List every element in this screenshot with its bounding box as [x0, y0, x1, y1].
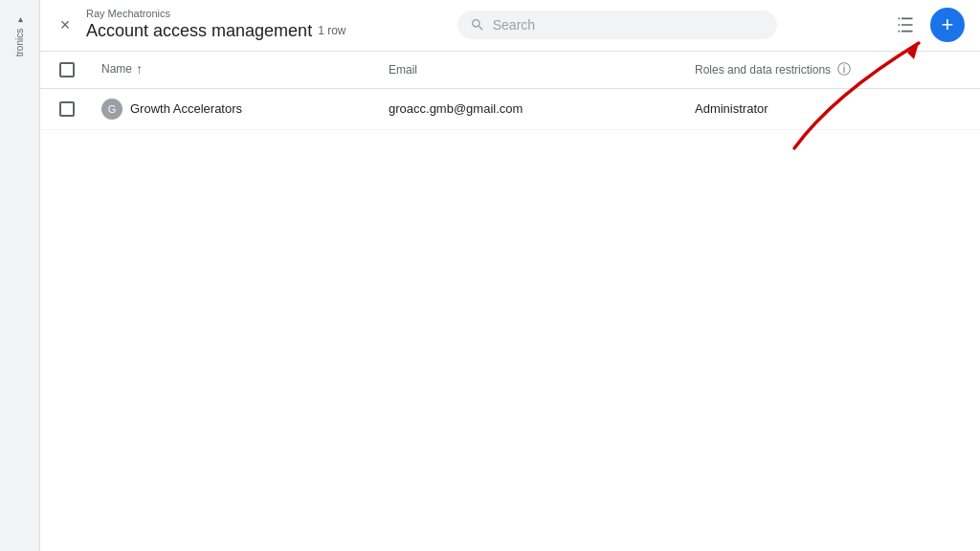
user-email: groacc.gmb@gmail.com	[389, 101, 523, 116]
add-icon: +	[942, 12, 954, 37]
row-roles-cell: Administrator	[679, 88, 980, 129]
filter-button[interactable]	[888, 8, 923, 42]
header-email-col: Email	[373, 52, 679, 89]
user-roles: Administrator	[695, 101, 768, 116]
close-icon: ×	[60, 15, 71, 35]
search-input[interactable]	[493, 17, 765, 33]
header-name-col[interactable]: Name ↑	[86, 52, 373, 86]
row-email-cell: groacc.gmb@gmail.com	[373, 88, 679, 129]
header: × Ray Mechatronics Account access manage…	[40, 0, 980, 52]
search-bar	[457, 11, 777, 39]
main-panel: × Ray Mechatronics Account access manage…	[40, 0, 980, 551]
search-icon	[470, 17, 485, 33]
header-roles-col: Roles and data restrictions ⓘ	[679, 52, 980, 89]
table-body: G Growth Accelerators groacc.gmb@gmail.c…	[40, 88, 980, 129]
sidebar: tronics ▾	[0, 0, 40, 551]
add-button[interactable]: +	[930, 8, 965, 42]
roles-col-label: Roles and data restrictions	[695, 63, 831, 77]
title-area: Ray Mechatronics Account access manageme…	[86, 8, 345, 43]
table-container: Name ↑ Email Roles and data restrictions…	[40, 52, 980, 551]
row-checkbox[interactable]	[59, 101, 75, 117]
roles-info-icon[interactable]: ⓘ	[837, 61, 851, 77]
row-check-cell	[40, 88, 86, 129]
sidebar-company-label: tronics ▾	[14, 15, 26, 56]
page-title-text: Account access management	[86, 20, 312, 42]
user-name: Growth Accelerators	[130, 101, 242, 116]
users-table: Name ↑ Email Roles and data restrictions…	[40, 52, 980, 130]
company-name: Ray Mechatronics	[86, 8, 345, 20]
close-button[interactable]: ×	[52, 11, 78, 38]
filter-icon	[896, 15, 915, 34]
page-title: Account access management 1 row	[86, 20, 345, 42]
row-name-cell: G Growth Accelerators	[86, 88, 373, 129]
user-avatar: G	[101, 99, 122, 120]
header-check-col	[40, 52, 86, 89]
table-header-row: Name ↑ Email Roles and data restrictions…	[40, 52, 980, 89]
row-count: 1 row	[318, 24, 345, 39]
select-all-checkbox[interactable]	[59, 62, 75, 77]
email-col-label: Email	[389, 63, 417, 77]
name-col-label: Name	[101, 62, 132, 76]
table-row: G Growth Accelerators groacc.gmb@gmail.c…	[40, 88, 980, 129]
sort-asc-icon: ↑	[136, 61, 143, 77]
